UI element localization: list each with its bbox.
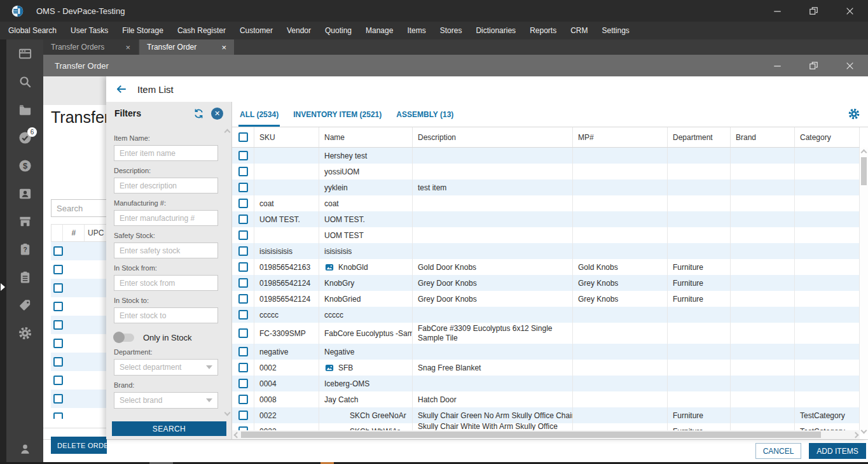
item-row[interactable]: 0004Iceberg-OMS — [232, 376, 860, 391]
minimize-button[interactable] — [759, 55, 796, 76]
expand-arrow-icon[interactable] — [1, 283, 5, 291]
horizontal-scroll-thumb[interactable] — [241, 432, 821, 438]
filter-select-department[interactable]: Select department — [114, 359, 218, 376]
menu-item-stores[interactable]: Stores — [433, 22, 469, 39]
item-row[interactable]: negativeNegative — [232, 344, 860, 360]
minimize-button[interactable] — [759, 0, 796, 22]
row-checkbox[interactable] — [53, 339, 63, 348]
vertical-scroll-thumb[interactable] — [861, 157, 867, 185]
menu-item-quoting[interactable]: Quoting — [318, 22, 359, 39]
row-checkbox[interactable] — [238, 246, 248, 256]
order-table-row[interactable] — [51, 408, 107, 419]
restore-button[interactable] — [796, 55, 832, 76]
column-header-description[interactable]: Description — [413, 127, 573, 147]
filter-select-brand[interactable]: Select brand — [114, 392, 218, 409]
column-header-name[interactable]: Name — [319, 127, 413, 147]
menu-item-settings[interactable]: Settings — [595, 22, 636, 39]
item-row[interactable]: 0022SKCh GreeNoArSkully Chair Green No A… — [232, 407, 860, 423]
tab-assembly-13[interactable]: ASSEMBLY (13) — [395, 110, 455, 127]
add-items-button[interactable]: ADD ITEMS — [809, 443, 866, 459]
order-table-row[interactable] — [51, 279, 107, 297]
filter-input-description[interactable] — [114, 178, 218, 193]
menu-item-manage[interactable]: Manage — [359, 22, 400, 39]
menu-item-global-search[interactable]: Global Search — [1, 22, 64, 39]
row-checkbox[interactable] — [53, 320, 63, 330]
row-checkbox[interactable] — [238, 310, 248, 320]
row-checkbox[interactable] — [53, 376, 63, 385]
refresh-filters-icon[interactable] — [193, 108, 205, 120]
menu-item-reports[interactable]: Reports — [523, 22, 563, 39]
grid-settings-gear-icon[interactable] — [848, 108, 860, 120]
row-checkbox[interactable] — [238, 151, 248, 160]
only-in-stock-toggle[interactable] — [114, 334, 134, 342]
menu-item-vendor[interactable]: Vendor — [280, 22, 318, 39]
item-row[interactable]: 019856542163KnobGldGold Door KnobsGold K… — [232, 259, 860, 275]
item-row[interactable]: UOM TEST.UOM TEST. — [232, 211, 860, 227]
item-row[interactable]: yykleintest item — [232, 179, 860, 195]
filter-input-manufacturing[interactable] — [114, 210, 218, 226]
tab-close-icon[interactable]: × — [221, 43, 226, 52]
row-checkbox[interactable] — [238, 199, 248, 208]
row-checkbox[interactable] — [238, 411, 248, 420]
menu-item-customer[interactable]: Customer — [233, 22, 280, 39]
column-header-category[interactable]: Category — [795, 127, 860, 147]
order-table-row[interactable] — [51, 353, 107, 371]
order-search-input[interactable] — [51, 199, 107, 217]
sidebar-item-store[interactable] — [6, 210, 43, 232]
item-row[interactable]: coatcoat — [232, 195, 860, 211]
column-header-mp[interactable]: MP# — [573, 127, 668, 147]
order-table-row[interactable] — [51, 334, 107, 353]
item-row[interactable]: Hershey test — [232, 148, 860, 164]
row-checkbox[interactable] — [53, 265, 63, 274]
filters-search-button[interactable]: SEARCH — [112, 421, 226, 436]
vertical-scrollbar[interactable] — [860, 148, 868, 435]
sidebar-item-gear[interactable] — [6, 322, 43, 344]
sidebar-item-folder[interactable] — [6, 99, 43, 120]
horizontal-scrollbar[interactable] — [232, 430, 860, 439]
sidebar-item-contact-card[interactable] — [6, 183, 43, 204]
item-row[interactable]: cccccccccc — [232, 307, 860, 323]
row-checkbox[interactable] — [238, 363, 248, 372]
document-tab-transfer-order[interactable]: Transfer Order× — [139, 39, 234, 55]
order-table-row[interactable] — [51, 260, 107, 279]
menu-item-dictionaries[interactable]: Dictionaries — [469, 22, 523, 39]
item-row[interactable]: FC-3309SMPFabCore Eucolyptus -SampFabCor… — [232, 323, 860, 344]
sidebar-item-dashboard[interactable] — [6, 43, 43, 64]
close-button[interactable] — [832, 55, 868, 76]
item-row[interactable]: 0008Jay CatchHatch Door — [232, 391, 860, 407]
row-checkbox[interactable] — [238, 230, 248, 240]
item-row[interactable]: 019856542124KnobGriedGrey Door KnobsGrey… — [232, 291, 860, 307]
filter-input-in-stock-to[interactable] — [114, 307, 218, 323]
column-header-department[interactable]: Department — [668, 127, 731, 147]
sidebar-item-check-circle[interactable]: 6 — [6, 127, 43, 148]
filter-input-in-stock-from[interactable] — [114, 275, 218, 291]
menu-item-file-storage[interactable]: File Storage — [115, 22, 170, 39]
menu-item-user-tasks[interactable]: User Tasks — [64, 22, 115, 39]
close-filters-icon[interactable]: ✕ — [211, 108, 223, 120]
close-button[interactable] — [832, 0, 868, 22]
row-checkbox[interactable] — [238, 214, 248, 224]
scroll-down-icon[interactable] — [861, 428, 867, 434]
row-checkbox[interactable] — [53, 302, 63, 311]
column-header-sku[interactable]: SKU — [254, 127, 319, 147]
select-all-checkbox[interactable] — [238, 132, 248, 142]
row-checkbox[interactable] — [238, 262, 248, 272]
item-row[interactable]: yossiUOM — [232, 164, 860, 179]
sidebar-item-clipboard-question[interactable] — [6, 238, 43, 260]
row-checkbox[interactable] — [53, 394, 63, 404]
column-header-brand[interactable]: Brand — [731, 127, 795, 147]
tab-close-icon[interactable]: × — [125, 43, 130, 52]
document-tab-transfer-orders[interactable]: Transfer Orders× — [43, 39, 138, 55]
menu-item-items[interactable]: Items — [400, 22, 432, 39]
tab-all-2534[interactable]: ALL (2534) — [238, 110, 280, 127]
back-arrow-icon[interactable] — [115, 83, 128, 95]
item-row[interactable]: UOM TEST — [232, 227, 860, 243]
row-checkbox[interactable] — [238, 328, 248, 338]
row-checkbox[interactable] — [53, 246, 63, 256]
tab-inventory-item-2521[interactable]: INVENTORY ITEM (2521) — [292, 110, 383, 127]
scroll-up-icon[interactable] — [861, 150, 867, 156]
row-checkbox[interactable] — [53, 357, 63, 367]
scroll-right-icon[interactable] — [853, 432, 859, 439]
restore-button[interactable] — [796, 0, 832, 22]
sidebar-item-tag[interactable] — [6, 294, 43, 316]
